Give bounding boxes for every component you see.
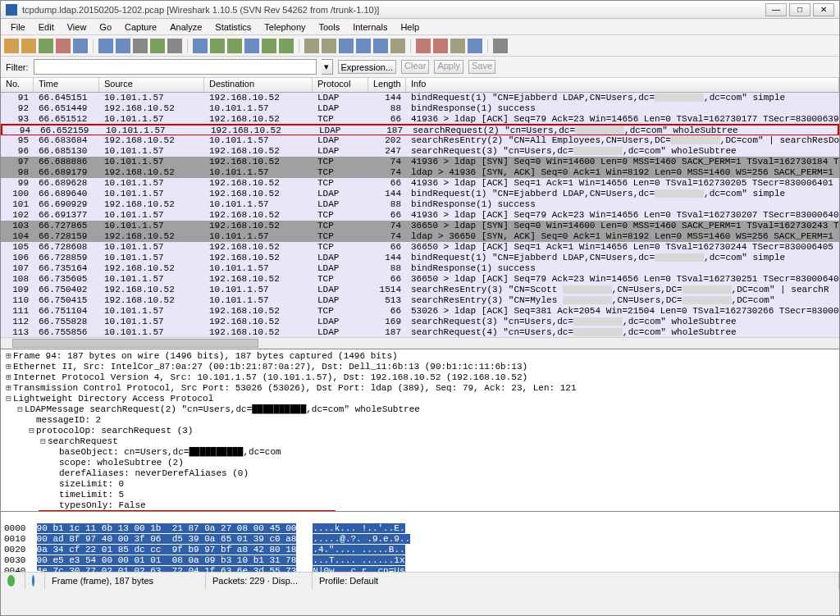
expression-button[interactable]: Expression... xyxy=(338,60,397,74)
print-icon[interactable] xyxy=(167,39,182,53)
detail-baseobject: baseObject: cn=Users,dc=██████████,dc=co… xyxy=(59,447,281,457)
help-icon[interactable] xyxy=(493,39,508,53)
filter-dropdown[interactable]: ▾ xyxy=(322,59,333,75)
hex-ascii: N|0w...c r..cn=Us xyxy=(313,566,404,572)
expand-icon[interactable]: ⊞ xyxy=(4,362,13,372)
col-header-source[interactable]: Source xyxy=(99,78,204,92)
packet-details-pane[interactable]: ⊞Frame 94: 187 bytes on wire (1496 bits)… xyxy=(1,349,839,511)
packet-row[interactable]: 11266.75582810.101.1.57192.168.10.52LDAP… xyxy=(1,317,839,327)
hex-bytes: 0a 34 cf 22 01 85 dc cc 9f b9 97 bf a8 4… xyxy=(37,545,297,554)
save-file-icon[interactable] xyxy=(116,39,130,53)
col-header-length[interactable]: Length xyxy=(368,78,406,92)
packet-bytes-pane[interactable]: 0000 90 b1 1c 11 6b 13 00 1b 21 87 0a 27… xyxy=(1,511,839,572)
coloring-rules-icon[interactable] xyxy=(450,39,465,53)
app-icon xyxy=(6,4,17,16)
packet-row[interactable]: 11166.75110410.101.1.57192.168.10.52TCP6… xyxy=(1,306,839,317)
hex-offset: 0000 xyxy=(4,523,25,533)
packet-row[interactable]: 10066.68964010.101.1.57192.168.10.52LDAP… xyxy=(1,189,839,199)
col-header-protocol[interactable]: Protocol xyxy=(313,78,368,92)
status-frame: Frame (frame), 187 bytes xyxy=(45,573,206,589)
col-header-destination[interactable]: Destination xyxy=(204,78,313,92)
zoom-reset-icon[interactable] xyxy=(373,39,388,53)
packet-row[interactable]: 9466.65215910.101.1.57192.168.10.52LDAP1… xyxy=(1,124,839,136)
menu-analyze[interactable]: Analyze xyxy=(163,21,208,34)
menu-internals[interactable]: Internals xyxy=(346,21,394,34)
resize-columns-icon[interactable] xyxy=(390,39,405,53)
col-header-no[interactable]: No. xyxy=(1,78,34,92)
packet-list-pane[interactable]: No. Time Source Destination Protocol Len… xyxy=(1,78,839,349)
menu-view[interactable]: View xyxy=(61,21,94,34)
packet-row[interactable]: 10166.690929192.168.10.5210.101.1.57LDAP… xyxy=(1,199,839,210)
filter-input[interactable] xyxy=(34,59,317,75)
menu-help[interactable]: Help xyxy=(394,21,426,34)
close-file-icon[interactable] xyxy=(133,39,148,53)
find-packet-icon[interactable] xyxy=(193,39,208,53)
horizontal-scrollbar[interactable] xyxy=(1,337,839,349)
packet-row[interactable]: 10666.72885910.101.1.57192.168.10.52LDAP… xyxy=(1,253,839,263)
separator xyxy=(93,39,94,53)
packet-row[interactable]: 9666.68513010.101.1.57192.168.10.52LDAP2… xyxy=(1,146,839,157)
go-back-icon[interactable] xyxy=(210,39,225,53)
go-forward-icon[interactable] xyxy=(227,39,242,53)
packet-row[interactable]: 9866.689179192.168.10.5210.101.1.57TCP74… xyxy=(1,167,839,178)
zoom-in-icon[interactable] xyxy=(339,39,354,53)
packet-row[interactable]: 9266.651449192.168.10.5210.101.1.57LDAP8… xyxy=(1,103,839,114)
packet-row[interactable]: 10566.72860810.101.1.57192.168.10.52TCP6… xyxy=(1,242,839,253)
packet-row[interactable]: 10366.72786510.101.1.57192.168.10.52TCP7… xyxy=(1,221,839,231)
packet-row[interactable]: 9166.64515110.101.1.57192.168.10.52LDAP1… xyxy=(1,93,839,103)
menu-edit[interactable]: Edit xyxy=(32,21,61,34)
collapse-icon[interactable]: ⊟ xyxy=(16,404,25,415)
clear-button[interactable]: Clear xyxy=(401,60,429,74)
detail-ip: Internet Protocol Version 4, Src: 10.101… xyxy=(13,372,527,382)
menu-file[interactable]: File xyxy=(4,21,32,34)
packet-row[interactable]: 10766.735164192.168.10.5210.101.1.57LDAP… xyxy=(1,263,839,274)
collapse-icon[interactable]: ⊟ xyxy=(27,426,36,436)
expand-icon[interactable]: ⊞ xyxy=(4,372,13,383)
packet-row[interactable]: 9966.68962810.101.1.57192.168.10.52TCP66… xyxy=(1,178,839,189)
packet-row[interactable]: 10266.69137710.101.1.57192.168.10.52TCP6… xyxy=(1,210,839,221)
colorize-icon[interactable] xyxy=(304,39,319,53)
goto-first-icon[interactable] xyxy=(262,39,276,53)
expand-icon[interactable]: ⊞ xyxy=(4,351,13,362)
goto-last-icon[interactable] xyxy=(279,39,294,53)
open-file-icon[interactable] xyxy=(98,39,113,53)
save-button[interactable]: Save xyxy=(468,60,495,74)
capture-comment-icon[interactable] xyxy=(32,575,34,586)
restart-capture-icon[interactable] xyxy=(73,39,88,53)
packet-row[interactable]: 10966.750402192.168.10.5210.101.1.57LDAP… xyxy=(1,285,839,295)
packet-row[interactable]: 10466.728159192.168.10.5210.101.1.57TCP7… xyxy=(1,231,839,242)
packet-row[interactable]: 10866.73560510.101.1.57192.168.10.52TCP6… xyxy=(1,274,839,285)
capture-filters-icon[interactable] xyxy=(416,39,431,53)
status-profile[interactable]: Profile: Default xyxy=(313,573,839,589)
stop-capture-icon[interactable] xyxy=(56,39,71,53)
menu-telephony[interactable]: Telephony xyxy=(258,21,312,34)
preferences-icon[interactable] xyxy=(468,39,482,53)
col-header-info[interactable]: Info xyxy=(406,78,839,92)
menu-statistics[interactable]: Statistics xyxy=(208,21,258,34)
maximize-button[interactable]: □ xyxy=(789,3,810,16)
close-button[interactable]: ✕ xyxy=(813,3,834,16)
collapse-icon[interactable]: ⊟ xyxy=(4,394,13,404)
interfaces-icon[interactable] xyxy=(4,39,19,53)
collapse-icon[interactable]: ⊟ xyxy=(39,436,48,447)
minimize-button[interactable]: — xyxy=(765,3,787,16)
col-header-time[interactable]: Time xyxy=(34,78,99,92)
packet-row[interactable]: 11066.750415192.168.10.5210.101.1.57LDAP… xyxy=(1,295,839,306)
options-icon[interactable] xyxy=(21,39,36,53)
packet-row[interactable]: 9766.68888610.101.1.57192.168.10.52TCP74… xyxy=(1,157,839,167)
filter-bar: Filter: ▾ Expression... Clear Apply Save xyxy=(1,57,839,78)
autoscroll-icon[interactable] xyxy=(322,39,336,53)
expand-icon[interactable]: ⊞ xyxy=(4,383,13,394)
start-capture-icon[interactable] xyxy=(39,39,53,53)
menu-tools[interactable]: Tools xyxy=(313,21,347,34)
packet-row[interactable]: 9366.65151210.101.1.57192.168.10.52TCP66… xyxy=(1,114,839,125)
menu-capture[interactable]: Capture xyxy=(118,21,163,34)
menu-go[interactable]: Go xyxy=(93,21,118,34)
reload-icon[interactable] xyxy=(150,39,165,53)
packet-row[interactable]: 9566.683684192.168.10.5210.101.1.57LDAP2… xyxy=(1,135,839,146)
expert-info-icon[interactable] xyxy=(7,575,15,586)
apply-button[interactable]: Apply xyxy=(434,60,463,74)
goto-packet-icon[interactable] xyxy=(244,39,259,53)
display-filters-icon[interactable] xyxy=(433,39,448,53)
zoom-out-icon[interactable] xyxy=(356,39,371,53)
